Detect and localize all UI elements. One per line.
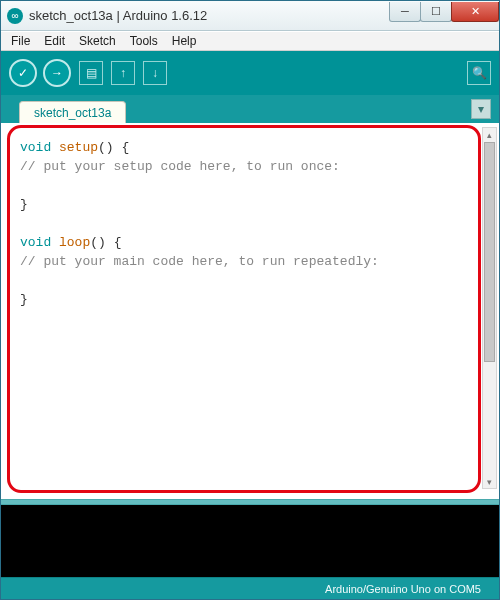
verify-button[interactable]: ✓ (9, 59, 37, 87)
vertical-scrollbar[interactable]: ▴ ▾ (482, 127, 497, 489)
serial-monitor-button[interactable]: 🔍 (467, 61, 491, 85)
menu-tools[interactable]: Tools (124, 33, 164, 49)
menu-sketch[interactable]: Sketch (73, 33, 122, 49)
save-sketch-button[interactable]: ↓ (143, 61, 167, 85)
menu-edit[interactable]: Edit (38, 33, 71, 49)
keyword: void (20, 140, 59, 155)
keyword: void (20, 235, 59, 250)
arrow-up-icon: ↑ (120, 66, 126, 80)
function-name: loop (59, 235, 90, 250)
magnifier-icon: 🔍 (472, 66, 487, 80)
chevron-down-icon: ▾ (478, 102, 484, 116)
code-text (20, 176, 468, 195)
output-console[interactable] (1, 505, 499, 577)
upload-button[interactable]: → (43, 59, 71, 87)
file-icon: ▤ (86, 66, 97, 80)
tab-sketch[interactable]: sketch_oct13a (19, 101, 126, 124)
code-text (20, 214, 468, 233)
close-button[interactable]: ✕ (451, 2, 499, 22)
scroll-down-icon[interactable]: ▾ (483, 475, 496, 488)
function-name: setup (59, 140, 98, 155)
window-title: sketch_oct13a | Arduino 1.6.12 (29, 8, 390, 23)
titlebar[interactable]: ∞ sketch_oct13a | Arduino 1.6.12 ─ ☐ ✕ (1, 1, 499, 31)
minimize-button[interactable]: ─ (389, 2, 421, 22)
menu-help[interactable]: Help (166, 33, 203, 49)
code-text: } (20, 195, 468, 214)
menu-file[interactable]: File (5, 33, 36, 49)
code-text: () { (98, 140, 129, 155)
scroll-up-icon[interactable]: ▴ (483, 128, 496, 141)
tab-bar: sketch_oct13a ▾ (1, 95, 499, 123)
arrow-down-icon: ↓ (152, 66, 158, 80)
comment: // put your setup code here, to run once… (20, 157, 468, 176)
tab-menu-button[interactable]: ▾ (471, 99, 491, 119)
editor-area: void setup() { // put your setup code he… (1, 123, 499, 499)
code-text: } (20, 290, 468, 309)
comment: // put your main code here, to run repea… (20, 252, 468, 271)
arduino-logo-icon: ∞ (7, 8, 23, 24)
code-editor[interactable]: void setup() { // put your setup code he… (7, 125, 481, 493)
maximize-button[interactable]: ☐ (420, 2, 452, 22)
board-port-label: Arduino/Genuino Uno on COM5 (325, 583, 481, 595)
menubar: File Edit Sketch Tools Help (1, 31, 499, 51)
window-controls: ─ ☐ ✕ (390, 2, 499, 22)
new-sketch-button[interactable]: ▤ (79, 61, 103, 85)
toolbar: ✓ → ▤ ↑ ↓ 🔍 (1, 51, 499, 95)
app-window: ∞ sketch_oct13a | Arduino 1.6.12 ─ ☐ ✕ F… (0, 0, 500, 600)
code-text (20, 271, 468, 290)
status-bar: Arduino/Genuino Uno on COM5 (1, 577, 499, 599)
check-icon: ✓ (18, 66, 28, 80)
scrollbar-thumb[interactable] (484, 142, 495, 362)
code-text: () { (90, 235, 121, 250)
arrow-right-icon: → (51, 66, 63, 80)
open-sketch-button[interactable]: ↑ (111, 61, 135, 85)
